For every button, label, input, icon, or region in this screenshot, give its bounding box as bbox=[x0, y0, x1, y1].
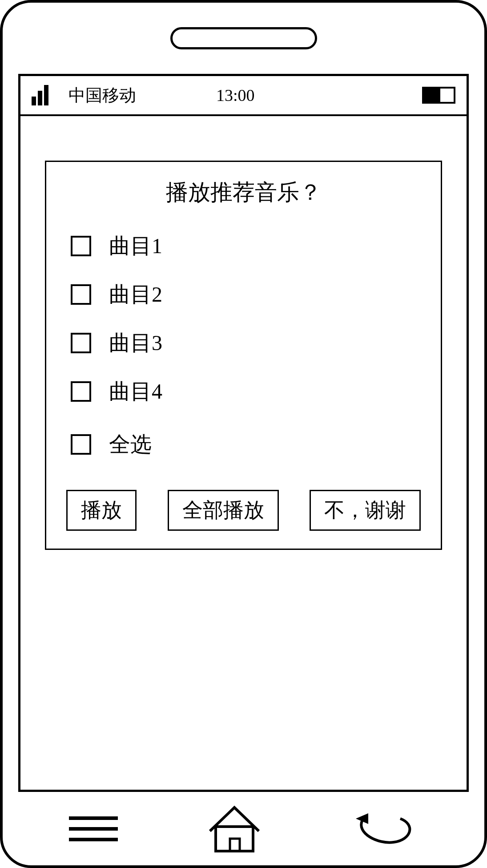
checkbox-icon[interactable] bbox=[71, 236, 91, 256]
track-label: 曲目2 bbox=[109, 280, 162, 309]
select-all-label: 全选 bbox=[109, 430, 152, 459]
menu-icon[interactable] bbox=[69, 816, 118, 841]
dialog-buttons: 播放 全部播放 不，谢谢 bbox=[57, 490, 430, 531]
checkbox-icon[interactable] bbox=[71, 284, 91, 305]
track-row[interactable]: 曲目3 bbox=[71, 329, 430, 357]
status-bar: 中国移动 13:00 bbox=[20, 76, 467, 116]
screen-body: 播放推荐音乐？ 曲目1 曲目2 曲目3 bbox=[20, 116, 467, 790]
phone-frame: 中国移动 13:00 播放推荐音乐？ 曲目1 曲目2 bbox=[0, 0, 487, 868]
recommend-music-dialog: 播放推荐音乐？ 曲目1 曲目2 曲目3 bbox=[45, 161, 442, 550]
back-icon[interactable] bbox=[351, 809, 418, 849]
dialog-title: 播放推荐音乐？ bbox=[57, 178, 430, 207]
home-icon[interactable] bbox=[205, 802, 263, 856]
speaker-slot bbox=[170, 27, 317, 49]
battery-icon bbox=[422, 87, 455, 104]
nav-bar bbox=[3, 792, 484, 865]
track-label: 曲目3 bbox=[109, 329, 162, 357]
play-button[interactable]: 播放 bbox=[66, 490, 137, 531]
checkbox-icon[interactable] bbox=[71, 333, 91, 353]
track-label: 曲目4 bbox=[109, 377, 162, 406]
track-label: 曲目1 bbox=[109, 232, 162, 260]
carrier-label: 中国移动 bbox=[68, 84, 136, 107]
signal-icon bbox=[32, 85, 48, 105]
track-row[interactable]: 曲目1 bbox=[71, 232, 430, 260]
track-row[interactable]: 曲目4 bbox=[71, 377, 430, 406]
play-all-button[interactable]: 全部播放 bbox=[168, 490, 279, 531]
checkbox-icon[interactable] bbox=[71, 434, 91, 455]
track-row[interactable]: 曲目2 bbox=[71, 280, 430, 309]
clock-label: 13:00 bbox=[216, 85, 255, 105]
screen: 中国移动 13:00 播放推荐音乐？ 曲目1 曲目2 bbox=[18, 74, 469, 792]
checkbox-icon[interactable] bbox=[71, 381, 91, 402]
select-all-row[interactable]: 全选 bbox=[71, 430, 430, 459]
svg-rect-1 bbox=[230, 839, 240, 851]
track-list: 曲目1 曲目2 曲目3 曲目4 bbox=[57, 232, 430, 459]
no-thanks-button[interactable]: 不，谢谢 bbox=[310, 490, 421, 531]
